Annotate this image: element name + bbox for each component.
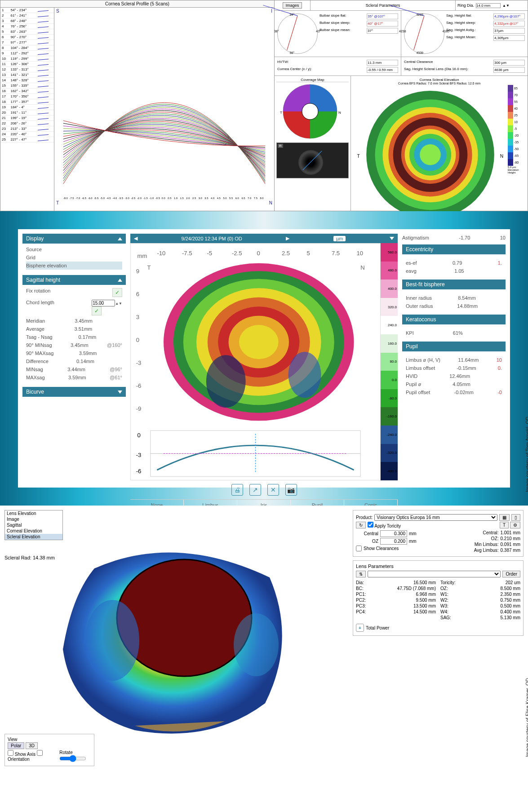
display-option[interactable]: Grid <box>26 253 122 262</box>
scleral-map[interactable] <box>54 541 297 739</box>
scan-row[interactable]: 12133° - 313° <box>0 67 54 72</box>
pupil-header[interactable]: Pupil <box>402 342 506 351</box>
bulbar-flat[interactable] <box>367 13 398 19</box>
sag-lens-input[interactable] <box>493 67 525 73</box>
lens-select[interactable] <box>368 571 501 577</box>
total-power-label[interactable]: Total Power <box>366 626 389 630</box>
bfs-header[interactable]: Best-fit bisphere <box>402 280 506 289</box>
camera-icon[interactable]: 📷 <box>285 484 297 496</box>
sagittal-header[interactable]: Sagittal height <box>22 275 126 285</box>
view-mode-item[interactable]: Sagittal <box>5 522 62 528</box>
sag-steep[interactable] <box>493 21 525 27</box>
scan-row[interactable]: 24220° - 40° <box>0 132 54 137</box>
rotate-slider[interactable] <box>59 755 86 762</box>
scan-row[interactable]: 9112° - 292° <box>0 51 54 56</box>
scan-row[interactable]: 15155° - 335° <box>0 83 54 89</box>
unit-toggle[interactable]: µm <box>333 236 346 241</box>
ecc-header[interactable]: Eccentricity <box>402 244 506 254</box>
scan-row[interactable]: 797° - 277° <box>0 40 54 45</box>
gear-icon[interactable]: ⚙ <box>510 522 520 528</box>
t-icon[interactable]: T <box>500 522 509 528</box>
product-select[interactable]: Visionary Optics Europa 16 mm <box>374 514 497 521</box>
params-pane: Images Scleral Parameters Ring Dia. ▲▼ 3… <box>275 0 528 211</box>
sag-flat[interactable] <box>493 13 525 19</box>
fix-rotation-check[interactable]: ✓ <box>112 288 122 297</box>
central-input[interactable] <box>380 530 407 537</box>
scan-list[interactable]: 154° - 234°261° - 241°368° - 248°476° - … <box>0 8 54 211</box>
scan-row[interactable]: 21199° - 19° <box>0 115 54 121</box>
bulbar-mean[interactable] <box>367 28 398 34</box>
scan-row[interactable]: 10119° - 299° <box>0 56 54 62</box>
refresh-icon[interactable]: ↻ <box>356 522 366 528</box>
view-mode-item[interactable]: Lens Elevation <box>5 510 62 516</box>
svg-text:3.5: 3.5 <box>204 197 209 200</box>
ring-dia-label: Ring Dia. <box>457 3 474 8</box>
order-button[interactable]: Order <box>502 571 520 577</box>
close-icon[interactable]: ✕ <box>267 484 279 496</box>
view-mode-item[interactable]: Image <box>5 516 62 522</box>
scan-row[interactable]: 25227° - 47° <box>0 137 54 142</box>
scan-row[interactable]: 583° - 263° <box>0 29 54 35</box>
lens-nav-icon[interactable]: ⇅ <box>356 571 366 577</box>
right-metrics: Astigmatism-1.7010 Eccentricity es-ef0.7… <box>402 234 506 483</box>
scan-row[interactable]: 14148° - 328° <box>0 78 54 83</box>
bicurve-header[interactable]: Bicurve <box>22 387 126 397</box>
scan-row[interactable]: 16162° - 342° <box>0 89 54 94</box>
scan-row[interactable]: 23213° - 33° <box>0 126 54 132</box>
color-legend: 857055402510-5-20-35-50-65-805.0 µm Elev… <box>508 85 526 225</box>
kc-header[interactable]: Keratoconus <box>402 315 506 324</box>
show-axis-check[interactable]: Show Axis <box>8 752 35 757</box>
view-mode-list[interactable]: Lens ElevationImageSagittalCorneal Eleva… <box>4 510 63 540</box>
svg-text:-0.5: -0.5 <box>155 197 160 200</box>
scan-row[interactable]: 690° - 270° <box>0 35 54 40</box>
scan-row[interactable]: 18177° - 357° <box>0 99 54 105</box>
elevation-svg: TN <box>353 85 508 225</box>
scan-row[interactable]: 17170° - 350° <box>0 94 54 99</box>
apply-toricity-check[interactable]: Apply Toricity <box>368 522 401 528</box>
ring-dia-input[interactable] <box>476 3 501 8</box>
print-icon[interactable]: 🖨 <box>231 484 243 496</box>
bulbar-steep[interactable] <box>367 21 398 27</box>
scan-row[interactable]: 261° - 241° <box>0 13 54 18</box>
next-icon[interactable]: ▶ <box>286 235 289 241</box>
scan-row[interactable]: 8104° - 284° <box>0 45 54 51</box>
plus-icon[interactable]: + <box>356 624 364 632</box>
scan-row[interactable]: 11126° - 306° <box>0 62 54 67</box>
unit-dropdown-icon[interactable] <box>390 237 394 240</box>
topography-plot[interactable]: -10-7.5-5-2.502.557.510 9630-3-6-9 T N m… <box>130 243 381 480</box>
prev-icon[interactable]: ◀ <box>134 235 138 241</box>
svg-text:-4.5: -4.5 <box>106 197 111 200</box>
display-header[interactable]: Display <box>22 234 126 244</box>
show-clearances-check[interactable]: Show Clearances <box>356 546 438 551</box>
svg-text:0.0: 0.0 <box>162 197 166 200</box>
spinner-icon[interactable]: ▲▼ <box>502 4 510 8</box>
scan-row[interactable]: 476° - 256° <box>0 24 54 29</box>
oz-input[interactable] <box>380 538 407 545</box>
svg-text:-3.5: -3.5 <box>119 197 124 200</box>
polar-button[interactable]: Polar <box>8 742 24 749</box>
scan-row[interactable]: 368° - 248° <box>0 18 54 24</box>
hvtw-input[interactable] <box>367 60 398 66</box>
sag-mean[interactable] <box>493 35 525 41</box>
svg-point-75 <box>239 325 279 359</box>
cornea-center-input[interactable] <box>367 67 398 73</box>
scan-row[interactable]: 154° - 234° <box>0 8 54 13</box>
display-option[interactable]: Bisphere elevation <box>26 262 122 270</box>
central-clearance-input[interactable] <box>493 60 525 66</box>
scan-row[interactable]: 19184° - 4° <box>0 105 54 110</box>
sag-astig[interactable] <box>493 28 525 34</box>
scan-row[interactable]: 22206° - 26° <box>0 121 54 126</box>
doc-icon[interactable]: ▯ <box>511 514 520 521</box>
scan-row[interactable]: 20191° - 11° <box>0 110 54 115</box>
view-mode-item[interactable]: Corneal Elevation <box>5 528 62 534</box>
grid-icon[interactable]: ▦ <box>499 514 510 521</box>
view-mode-item[interactable]: Scleral Elevation <box>5 534 62 540</box>
chord-input[interactable] <box>92 300 115 306</box>
images-button[interactable]: Images <box>283 2 302 9</box>
svg-text:1.0: 1.0 <box>174 197 178 200</box>
chord-check[interactable]: ✓ <box>92 306 102 315</box>
scan-row[interactable]: 13141° - 321° <box>0 72 54 78</box>
3d-button[interactable]: 3D <box>26 742 38 749</box>
export-icon[interactable]: ↗ <box>249 484 261 496</box>
display-option[interactable]: Source <box>26 245 122 253</box>
